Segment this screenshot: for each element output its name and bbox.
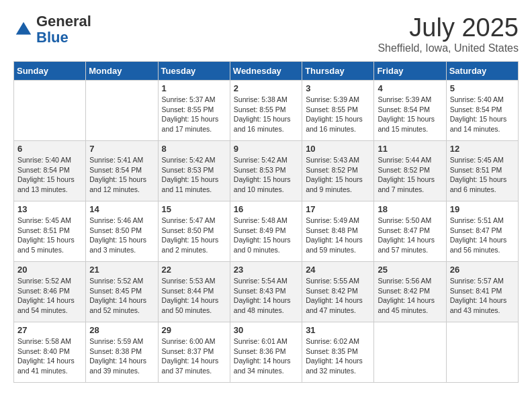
day-info: Sunrise: 5:52 AMSunset: 8:45 PMDaylight:…	[89, 276, 154, 316]
day-number: 27	[17, 325, 82, 335]
day-info: Sunrise: 5:57 AMSunset: 8:41 PMDaylight:…	[450, 276, 515, 316]
day-number: 1	[162, 83, 226, 93]
day-info: Sunrise: 5:55 AMSunset: 8:42 PMDaylight:…	[306, 276, 370, 316]
day-info: Sunrise: 5:43 AMSunset: 8:52 PMDaylight:…	[306, 155, 370, 195]
day-number: 22	[162, 265, 226, 275]
day-info: Sunrise: 5:54 AMSunset: 8:43 PMDaylight:…	[234, 276, 298, 316]
day-number: 21	[89, 265, 154, 275]
day-info: Sunrise: 5:45 AMSunset: 8:51 PMDaylight:…	[17, 216, 82, 255]
week-row-3: 13Sunrise: 5:45 AMSunset: 8:51 PMDayligh…	[14, 201, 519, 262]
logo-icon	[13, 19, 34, 40]
day-info: Sunrise: 5:42 AMSunset: 8:53 PMDaylight:…	[162, 155, 226, 195]
day-number: 28	[89, 325, 154, 335]
header-day-thursday: Thursday	[302, 62, 374, 81]
calendar-cell: 20Sunrise: 5:52 AMSunset: 8:46 PMDayligh…	[14, 262, 86, 322]
calendar-cell: 8Sunrise: 5:42 AMSunset: 8:53 PMDaylight…	[158, 141, 230, 201]
calendar-cell	[14, 81, 86, 141]
calendar-cell: 12Sunrise: 5:45 AMSunset: 8:51 PMDayligh…	[446, 141, 518, 201]
calendar-cell: 30Sunrise: 6:01 AMSunset: 8:36 PMDayligh…	[230, 322, 302, 383]
calendar-cell: 9Sunrise: 5:42 AMSunset: 8:53 PMDaylight…	[230, 141, 302, 201]
header-day-sunday: Sunday	[14, 62, 86, 81]
calendar-cell	[446, 322, 518, 383]
day-number: 17	[306, 204, 370, 214]
calendar-cell: 16Sunrise: 5:48 AMSunset: 8:49 PMDayligh…	[230, 201, 302, 262]
calendar-body: 1Sunrise: 5:37 AMSunset: 8:55 PMDaylight…	[14, 81, 519, 383]
calendar-cell	[86, 81, 158, 141]
day-info: Sunrise: 5:53 AMSunset: 8:44 PMDaylight:…	[162, 276, 226, 316]
day-info: Sunrise: 6:00 AMSunset: 8:37 PMDaylight:…	[162, 336, 226, 376]
day-info: Sunrise: 5:50 AMSunset: 8:47 PMDaylight:…	[378, 216, 442, 255]
header-day-tuesday: Tuesday	[158, 62, 230, 81]
day-number: 16	[234, 204, 298, 214]
header-row: SundayMondayTuesdayWednesdayThursdayFrid…	[14, 62, 519, 81]
calendar-cell: 11Sunrise: 5:44 AMSunset: 8:52 PMDayligh…	[374, 141, 446, 201]
day-number: 29	[162, 325, 226, 335]
day-number: 15	[162, 204, 226, 214]
day-info: Sunrise: 5:37 AMSunset: 8:55 PMDaylight:…	[162, 95, 226, 134]
day-info: Sunrise: 5:39 AMSunset: 8:54 PMDaylight:…	[378, 95, 442, 134]
day-info: Sunrise: 5:51 AMSunset: 8:47 PMDaylight:…	[450, 216, 515, 255]
header-day-friday: Friday	[374, 62, 446, 81]
day-info: Sunrise: 5:49 AMSunset: 8:48 PMDaylight:…	[306, 216, 370, 255]
day-info: Sunrise: 5:38 AMSunset: 8:55 PMDaylight:…	[234, 95, 298, 134]
day-info: Sunrise: 5:59 AMSunset: 8:38 PMDaylight:…	[89, 336, 154, 376]
calendar-cell: 10Sunrise: 5:43 AMSunset: 8:52 PMDayligh…	[302, 141, 374, 201]
day-info: Sunrise: 6:02 AMSunset: 8:35 PMDaylight:…	[306, 336, 370, 376]
calendar-cell: 24Sunrise: 5:55 AMSunset: 8:42 PMDayligh…	[302, 262, 374, 322]
day-number: 25	[378, 265, 442, 275]
calendar-cell: 25Sunrise: 5:56 AMSunset: 8:42 PMDayligh…	[374, 262, 446, 322]
logo: General Blue	[13, 13, 91, 46]
calendar-cell: 7Sunrise: 5:41 AMSunset: 8:54 PMDaylight…	[86, 141, 158, 201]
calendar-cell: 1Sunrise: 5:37 AMSunset: 8:55 PMDaylight…	[158, 81, 230, 141]
calendar-cell: 13Sunrise: 5:45 AMSunset: 8:51 PMDayligh…	[14, 201, 86, 262]
calendar-cell	[374, 322, 446, 383]
day-number: 4	[378, 83, 442, 93]
day-info: Sunrise: 5:39 AMSunset: 8:55 PMDaylight:…	[306, 95, 370, 134]
day-info: Sunrise: 5:58 AMSunset: 8:40 PMDaylight:…	[17, 336, 82, 376]
calendar-cell: 23Sunrise: 5:54 AMSunset: 8:43 PMDayligh…	[230, 262, 302, 322]
page-header: General Blue July 2025 Sheffield, Iowa, …	[13, 13, 519, 54]
logo-text: General Blue	[36, 13, 91, 46]
calendar-cell: 3Sunrise: 5:39 AMSunset: 8:55 PMDaylight…	[302, 81, 374, 141]
day-number: 24	[306, 265, 370, 275]
calendar-cell: 14Sunrise: 5:46 AMSunset: 8:50 PMDayligh…	[86, 201, 158, 262]
week-row-1: 1Sunrise: 5:37 AMSunset: 8:55 PMDaylight…	[14, 81, 519, 141]
calendar-cell: 6Sunrise: 5:40 AMSunset: 8:54 PMDaylight…	[14, 141, 86, 201]
day-number: 12	[450, 144, 515, 154]
day-number: 7	[89, 144, 154, 154]
day-info: Sunrise: 5:41 AMSunset: 8:54 PMDaylight:…	[89, 155, 154, 195]
day-number: 13	[17, 204, 82, 214]
day-number: 18	[378, 204, 442, 214]
header-day-wednesday: Wednesday	[230, 62, 302, 81]
day-number: 30	[234, 325, 298, 335]
day-info: Sunrise: 5:48 AMSunset: 8:49 PMDaylight:…	[234, 216, 298, 255]
day-info: Sunrise: 5:56 AMSunset: 8:42 PMDaylight:…	[378, 276, 442, 316]
day-number: 20	[17, 265, 82, 275]
calendar-cell: 17Sunrise: 5:49 AMSunset: 8:48 PMDayligh…	[302, 201, 374, 262]
day-info: Sunrise: 5:52 AMSunset: 8:46 PMDaylight:…	[17, 276, 82, 316]
day-number: 5	[450, 83, 515, 93]
day-number: 23	[234, 265, 298, 275]
location-title: Sheffield, Iowa, United States	[378, 42, 519, 54]
day-info: Sunrise: 5:45 AMSunset: 8:51 PMDaylight:…	[450, 155, 515, 195]
day-number: 19	[450, 204, 515, 214]
day-number: 9	[234, 144, 298, 154]
day-number: 6	[17, 144, 82, 154]
day-info: Sunrise: 5:42 AMSunset: 8:53 PMDaylight:…	[234, 155, 298, 195]
day-info: Sunrise: 5:47 AMSunset: 8:50 PMDaylight:…	[162, 216, 226, 255]
week-row-4: 20Sunrise: 5:52 AMSunset: 8:46 PMDayligh…	[14, 262, 519, 322]
calendar-table: SundayMondayTuesdayWednesdayThursdayFrid…	[13, 61, 519, 383]
week-row-5: 27Sunrise: 5:58 AMSunset: 8:40 PMDayligh…	[14, 322, 519, 383]
day-number: 10	[306, 144, 370, 154]
day-number: 8	[162, 144, 226, 154]
day-info: Sunrise: 5:40 AMSunset: 8:54 PMDaylight:…	[450, 95, 515, 134]
calendar-cell: 29Sunrise: 6:00 AMSunset: 8:37 PMDayligh…	[158, 322, 230, 383]
logo-general: General	[36, 13, 91, 30]
calendar-cell: 18Sunrise: 5:50 AMSunset: 8:47 PMDayligh…	[374, 201, 446, 262]
day-number: 3	[306, 83, 370, 93]
day-info: Sunrise: 5:44 AMSunset: 8:52 PMDaylight:…	[378, 155, 442, 195]
title-area: July 2025 Sheffield, Iowa, United States	[378, 13, 519, 54]
week-row-2: 6Sunrise: 5:40 AMSunset: 8:54 PMDaylight…	[14, 141, 519, 201]
calendar-cell: 26Sunrise: 5:57 AMSunset: 8:41 PMDayligh…	[446, 262, 518, 322]
calendar-cell: 22Sunrise: 5:53 AMSunset: 8:44 PMDayligh…	[158, 262, 230, 322]
